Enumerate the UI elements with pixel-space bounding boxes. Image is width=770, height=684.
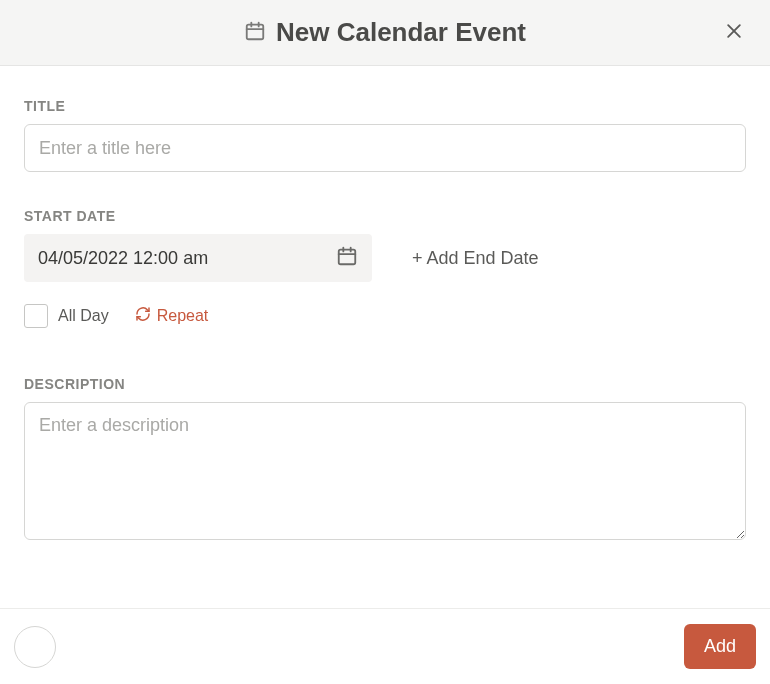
calendar-icon bbox=[244, 20, 266, 46]
title-label: TITLE bbox=[24, 98, 746, 114]
repeat-button[interactable]: Repeat bbox=[135, 306, 209, 326]
svg-rect-6 bbox=[339, 250, 356, 265]
all-day-checkbox[interactable] bbox=[24, 304, 48, 328]
options-row: All Day Repeat bbox=[24, 304, 746, 328]
date-row: 04/05/2022 12:00 am + Add End Date bbox=[24, 234, 746, 282]
repeat-icon bbox=[135, 306, 151, 326]
svg-rect-0 bbox=[247, 24, 264, 39]
all-day-option: All Day bbox=[24, 304, 109, 328]
header-content: New Calendar Event bbox=[244, 17, 526, 48]
start-date-label: START DATE bbox=[24, 208, 746, 224]
dialog-footer: Add bbox=[0, 608, 770, 684]
add-button[interactable]: Add bbox=[684, 624, 756, 669]
calendar-picker-icon bbox=[336, 245, 358, 271]
description-section: DESCRIPTION bbox=[24, 376, 746, 544]
title-input[interactable] bbox=[24, 124, 746, 172]
color-picker-button[interactable] bbox=[14, 626, 56, 668]
description-input[interactable] bbox=[24, 402, 746, 540]
start-date-section: START DATE 04/05/2022 12:00 am + Add End… bbox=[24, 208, 746, 328]
all-day-label: All Day bbox=[58, 307, 109, 325]
description-label: DESCRIPTION bbox=[24, 376, 746, 392]
close-button[interactable] bbox=[720, 17, 748, 49]
dialog-title: New Calendar Event bbox=[276, 17, 526, 48]
add-end-date-button[interactable]: + Add End Date bbox=[412, 248, 539, 269]
start-date-value: 04/05/2022 12:00 am bbox=[38, 248, 208, 269]
start-date-input[interactable]: 04/05/2022 12:00 am bbox=[24, 234, 372, 282]
dialog-header: New Calendar Event bbox=[0, 0, 770, 66]
repeat-label: Repeat bbox=[157, 307, 209, 325]
dialog-body: TITLE START DATE 04/05/2022 12:00 am + A… bbox=[0, 66, 770, 604]
title-section: TITLE bbox=[24, 98, 746, 172]
